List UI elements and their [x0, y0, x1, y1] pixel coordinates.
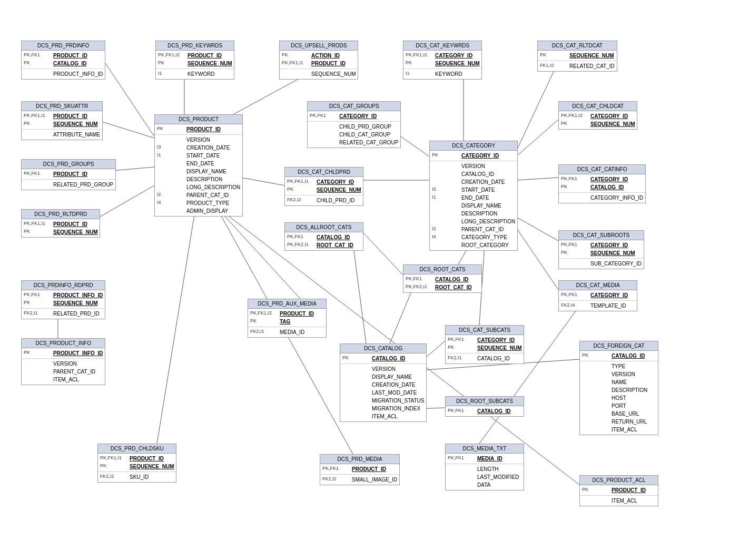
- table-row: DESCRIPTION: [155, 175, 242, 183]
- row-field: CATALOG_ID: [477, 408, 511, 415]
- table-row: LONG_DESCRIPTION: [155, 183, 242, 191]
- row-key: PK,FK1,I1: [24, 221, 51, 227]
- row-key: PK: [406, 60, 433, 66]
- table-header-dcs_prd_rltdprd: DCS_PRD_RLTDPRD: [22, 210, 100, 219]
- table-row: PK,FK1CATEGORY_ID: [559, 291, 637, 299]
- table-dcs_upsell_prods: DCS_UPSELL_PRODSPKACTION_IDPK,FK1,I1PROD…: [279, 41, 358, 80]
- table-row: CHILD_CAT_GROUP: [308, 131, 400, 139]
- svg-line-24: [155, 212, 195, 453]
- table-header-dcs_cat_catinfo: DCS_CAT_CATINFO: [559, 165, 645, 174]
- table-row: PK,FK1,I1PRODUCT_ID: [22, 112, 102, 120]
- row-key: PK: [24, 229, 51, 235]
- svg-line-13: [353, 243, 366, 343]
- table-row: PK,FK1CATEGORY_ID: [308, 112, 400, 120]
- row-field: PRODUCT_INFO_ID: [53, 71, 103, 77]
- table-row: DESCRIPTION: [430, 210, 517, 218]
- table-header-dcs_category: DCS_CATEGORY: [430, 141, 517, 151]
- table-header-dcs_product_acl: DCS_PRODUCT_ACL: [580, 476, 658, 485]
- svg-line-17: [516, 217, 558, 241]
- row-field: RELATED_PRD_GROUP: [53, 181, 113, 188]
- table-header-dcs_product_info: DCS_PRODUCT_INFO: [22, 339, 105, 348]
- table-dcs_cat_rltdcat: DCS_CAT_RLTDCATPKSEQUENCE_NUMFK1,I2RELAT…: [537, 41, 617, 72]
- row-field: PRODUCT_ID: [53, 113, 87, 120]
- row-field: SEQUENCE_NUM: [311, 71, 356, 77]
- table-row: I4PRODUCT_TYPE: [155, 199, 242, 207]
- table-dcs_foreign_cat: DCS_FOREIGN_CATPKCATALOG_IDTYPEVERSIONNA…: [579, 341, 658, 435]
- table-row: PK,FK1,I2PRODUCT_ID: [248, 310, 326, 318]
- row-key: PK,FK1: [448, 408, 475, 414]
- table-header-dcs_allroot_cats: DCS_ALLROOT_CATS: [285, 223, 363, 232]
- table-row: END_DATE: [155, 160, 242, 168]
- row-key: PK: [24, 350, 51, 356]
- table-header-dcs_prd_media: DCS_PRD_MEDIA: [320, 455, 399, 464]
- table-row: PKCATALOG_ID: [340, 355, 426, 362]
- table-row: DATA: [446, 481, 524, 489]
- table-row: PRODUCT_INFO_ID: [22, 68, 105, 78]
- svg-line-2: [95, 120, 154, 138]
- table-row: VERSION: [430, 161, 517, 170]
- table-row: PK,FK1,I2PRODUCT_ID: [156, 52, 234, 60]
- table-row: PKSEQUENCE_NUM: [538, 52, 617, 60]
- row-field: VERSION: [612, 371, 635, 378]
- table-row: FK2,I2SKU_ID: [98, 471, 176, 481]
- svg-line-18: [516, 228, 558, 290]
- row-field: START_DATE: [186, 152, 220, 159]
- row-field: DESCRIPTION: [461, 210, 497, 217]
- table-row: SEQUENCE_NUM: [280, 68, 358, 78]
- row-field: PRODUCT_ID: [53, 221, 87, 228]
- row-field: PRODUCT_ID: [352, 466, 386, 473]
- row-key: I2: [432, 226, 459, 232]
- row-field: SEQUENCE_NUM: [590, 250, 635, 257]
- table-row: FK2,I1CATALOG_ID: [446, 353, 524, 362]
- row-field: CATEGORY_TYPE: [461, 234, 507, 241]
- row-field: PORT: [612, 402, 626, 409]
- row-field: ROOT_CATEGORY: [461, 242, 509, 249]
- row-field: MEDIA_ID: [477, 455, 502, 462]
- row-key: PK: [561, 184, 588, 190]
- row-field: KEYWORD: [435, 71, 462, 77]
- table-row: PKSEQUENCE_NUM: [98, 463, 176, 470]
- table-row: CHILD_PRD_GROUP: [308, 121, 400, 131]
- table-row: CATEGORY_INFO_ID: [559, 192, 645, 202]
- row-key: FK2,I4: [561, 302, 588, 309]
- table-row: SUB_CATEGORY_ID: [559, 258, 644, 268]
- row-field: SMALL_IMAGE_ID: [352, 476, 397, 483]
- row-field: MEDIA_ID: [280, 329, 304, 336]
- table-row: I3CREATION_DATE: [155, 144, 242, 152]
- table-row: PKCATALOG_ID: [559, 183, 645, 191]
- row-field: SEQUENCE_NUM: [435, 60, 479, 67]
- table-row: PK,FK1,I1PRODUCT_ID: [98, 455, 176, 463]
- table-row: I1END_DATE: [430, 194, 517, 202]
- table-header-dcs_cat_chldprd: DCS_CAT_CHLDPRD: [285, 168, 363, 177]
- svg-line-26: [479, 299, 585, 444]
- table-row: CATALOG_ID: [430, 170, 517, 178]
- row-field: CATEGORY_INFO_ID: [590, 194, 643, 201]
- row-field: CHILD_PRD_ID: [317, 197, 354, 204]
- row-field: PRODUCT_ID: [280, 310, 314, 317]
- table-dcs_prd_prdinfo: DCS_PRD_PRDINFOPK,FK1PRODUCT_IDPKCATALOG…: [21, 41, 105, 80]
- row-field: PRODUCT_ID: [53, 52, 87, 59]
- table-dcs_prd_skuattr: DCS_PRD_SKUATTRPK,FK1,I1PRODUCT_IDPKSEQU…: [21, 101, 103, 140]
- table-row: PK,FK1CATEGORY_ID: [446, 336, 524, 344]
- row-field: SEQUENCE_NUM: [53, 300, 97, 307]
- row-field: SUB_CATEGORY_ID: [590, 260, 642, 267]
- table-row: PKSEQUENCE_NUM: [559, 249, 644, 257]
- table-row: PKPRODUCT_ID: [155, 125, 242, 133]
- row-field: PRODUCT_TYPE: [186, 200, 229, 207]
- row-key: I1: [432, 194, 459, 201]
- table-dcs_cat_subcats: DCS_CAT_SUBCATSPK,FK1CATEGORY_IDPKSEQUEN…: [445, 325, 524, 364]
- row-key: PK,FK1,I1: [282, 60, 309, 66]
- table-row: LENGTH: [446, 464, 524, 473]
- row-field: SEQUENCE_NUM: [590, 121, 635, 127]
- table-row: PKSEQUENCE_NUM: [22, 299, 105, 307]
- table-row: ITEM_ACL: [580, 495, 658, 505]
- row-field: CATALOG_ID: [477, 355, 510, 362]
- table-row: FK2,I2CHILD_PRD_ID: [285, 195, 363, 204]
- table-header-dcs_cat_subcats: DCS_CAT_SUBCATS: [446, 326, 524, 335]
- row-key: PK: [250, 318, 278, 325]
- table-header-dcs_prdinfo_rdprd: DCS_PRDINFO_RDPRD: [22, 281, 105, 290]
- row-key: PK: [582, 352, 609, 359]
- table-dcs_prd_media: DCS_PRD_MEDIAPK,FK1PRODUCT_IDFK2,I2SMALL…: [320, 454, 400, 485]
- row-field: LENGTH: [477, 466, 499, 473]
- row-key: PK,FK1: [310, 113, 337, 119]
